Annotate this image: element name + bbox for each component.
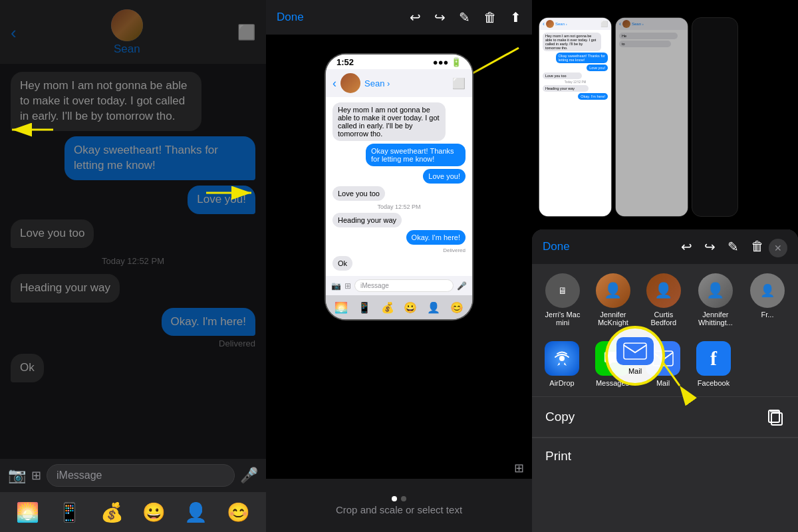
message-input[interactable]: iMessage [47, 464, 235, 487]
people-row: 🖥 Jerri's Mac mini 👤 Jennifer McKnight 👤… [532, 264, 798, 336]
input-area[interactable]: 📷 ⊞ iMessage 🎤 [0, 459, 266, 492]
person-name-jw: Jennifer Whittingt... [693, 311, 738, 327]
message-bubble-sent: Okay sweetheart! Thanks for letting me k… [65, 136, 255, 180]
airdrop-icon-box [545, 341, 579, 376]
crop-label: Crop and scale or select text [336, 504, 462, 515]
messages-icon [602, 348, 622, 368]
mini-r3: Heading your way [543, 85, 589, 92]
share-done-btn[interactable]: Done [543, 240, 570, 253]
share-icon[interactable]: ⬆ [510, 9, 521, 25]
messages-icon-box [595, 341, 630, 376]
ss-status-bar: 1:52 ●●● 🔋 [326, 55, 472, 69]
ss-connectivity: ●●● 🔋 [433, 57, 462, 67]
facebook-icon: f [710, 347, 717, 370]
camera-icon[interactable]: 📷 [8, 467, 26, 484]
ss-e5: 👤 [427, 301, 440, 314]
mail-icon [652, 350, 674, 366]
app-mail[interactable]: Mail [644, 341, 682, 387]
emoji-1[interactable]: 🌅 [16, 501, 39, 523]
svg-rect-9 [653, 351, 673, 366]
messages-area[interactable]: Hey mom I am not gonna be able to make i… [0, 64, 266, 423]
person-jerri[interactable]: 🖥 Jerri's Mac mini [543, 273, 583, 327]
ss-e6: 😊 [450, 301, 464, 314]
preview-frame-3 [692, 17, 738, 217]
copy-row[interactable]: Copy [532, 397, 798, 438]
ss-e3: 💰 [381, 301, 394, 314]
mini-av [546, 20, 554, 28]
message-bubble-received-2: Love you too [11, 219, 94, 248]
panel1-imessage: ‹ Sean ⬜ Hey mom I am not gonna be able … [0, 0, 266, 532]
app-messages[interactable]: Messages [593, 341, 632, 387]
message-bubble-received-4: Ok [11, 354, 44, 382]
share-trash-icon[interactable]: 🗑 [751, 239, 764, 255]
airdrop-icon [553, 349, 571, 368]
emoji-2[interactable]: 📱 [58, 501, 81, 523]
ss-input: 📷 ⊞ iMessage 🎤 [326, 276, 472, 295]
person-curtis[interactable]: 👤 Curtis Bedford [644, 273, 684, 327]
print-row[interactable]: Print [532, 438, 798, 474]
ss-ts: Today 12:52 PM [332, 203, 466, 210]
ss-msg-6: Okay. I'm here! [406, 230, 466, 245]
emoji-6[interactable]: 😊 [227, 501, 250, 523]
mini2-r2: to [619, 41, 671, 47]
ss-msg-4: Love you too [332, 186, 385, 201]
dot-2 [401, 496, 406, 501]
person-name-jm: Jennifer McKnight [592, 311, 634, 327]
facebook-icon-box: f [696, 341, 731, 376]
contact-name[interactable]: Sean [114, 43, 140, 56]
emoji-5[interactable]: 👤 [184, 501, 207, 523]
share-undo-icon[interactable]: ↩ [681, 239, 692, 255]
mini-s2: Love you! [587, 65, 608, 71]
back-button[interactable]: ‹ [11, 23, 17, 43]
message-bubble-received-3: Heading your way [11, 274, 120, 303]
person-avatar-jm: 👤 [596, 273, 630, 308]
panel2-screenshot-editor: Done ↩ ↪ ✎ 🗑 ⬆ 1:52 ●●● 🔋 ‹ Sean › ⬜ [266, 0, 532, 532]
person-jennifer-w[interactable]: 👤 Jennifer Whittingt... [693, 273, 738, 327]
mini2-header: ‹ Sean › [616, 18, 688, 30]
timestamp: Today 12:52 PM [11, 256, 255, 266]
done-button[interactable]: Done [277, 11, 304, 24]
ss-avatar [340, 73, 360, 93]
mini-msgs: Hey mom I am not gonna be able to make i… [539, 30, 611, 216]
ss-msg-7: Ok [332, 256, 352, 271]
trash-icon[interactable]: 🗑 [483, 10, 497, 25]
mini2-av [622, 20, 630, 28]
video-call-button[interactable]: ⬜ [237, 24, 255, 41]
apps-icon[interactable]: ⊞ [31, 468, 41, 483]
ss-emoji-bar: 🌅 📱 💰 😀 👤 😊 [326, 295, 472, 319]
panel1-header: ‹ Sean ⬜ [0, 0, 266, 64]
person-avatar-jerri: 🖥 [545, 273, 580, 308]
facebook-label: Facebook [698, 379, 730, 387]
ss-video-btn: ⬜ [452, 77, 466, 90]
panel2-toolbar: ↩ ↪ ✎ 🗑 ⬆ [410, 9, 521, 25]
person-name-jerri: Jerri's Mac mini [543, 311, 583, 327]
close-button[interactable]: ✕ [769, 239, 787, 257]
ss-apps-icon: ⊞ [344, 281, 351, 291]
ss-delivered: Delivered [332, 247, 466, 253]
mic-icon[interactable]: 🎤 [240, 467, 258, 484]
ss-messages: Hey mom I am not gonna be able to make i… [326, 97, 472, 276]
ss-time: 1:52 [336, 57, 354, 67]
share-redo-icon[interactable]: ↪ [704, 239, 716, 255]
mini-back: ‹ [543, 21, 545, 27]
person-name-fr: Fr... [761, 311, 774, 319]
apps-row: AirDrop Messages Mail [532, 336, 798, 397]
share-markup-icon[interactable]: ✎ [728, 239, 739, 255]
preview-mini-2: ‹ Sean › He to [616, 18, 688, 216]
emoji-4[interactable]: 😀 [142, 501, 166, 523]
mail-icon-box [646, 341, 680, 376]
person-jennifer-m[interactable]: 👤 Jennifer McKnight [592, 273, 634, 327]
mini-s3: Okay. I'm here! [578, 93, 608, 100]
app-airdrop[interactable]: AirDrop [543, 341, 581, 387]
redo-icon[interactable]: ↪ [434, 9, 446, 25]
ss-mic-icon: 🎤 [457, 281, 467, 291]
markup-icon[interactable]: ✎ [459, 9, 470, 25]
page-dots [392, 496, 406, 501]
ss-msg-5: Heading your way [332, 213, 402, 227]
app-facebook[interactable]: f Facebook [694, 341, 733, 387]
person-avatar-curtis: 👤 [646, 273, 681, 308]
person-fr[interactable]: 👤 Fr... [747, 273, 787, 327]
undo-icon[interactable]: ↩ [410, 9, 421, 25]
emoji-3[interactable]: 💰 [100, 501, 124, 523]
avatar-image [111, 9, 143, 41]
